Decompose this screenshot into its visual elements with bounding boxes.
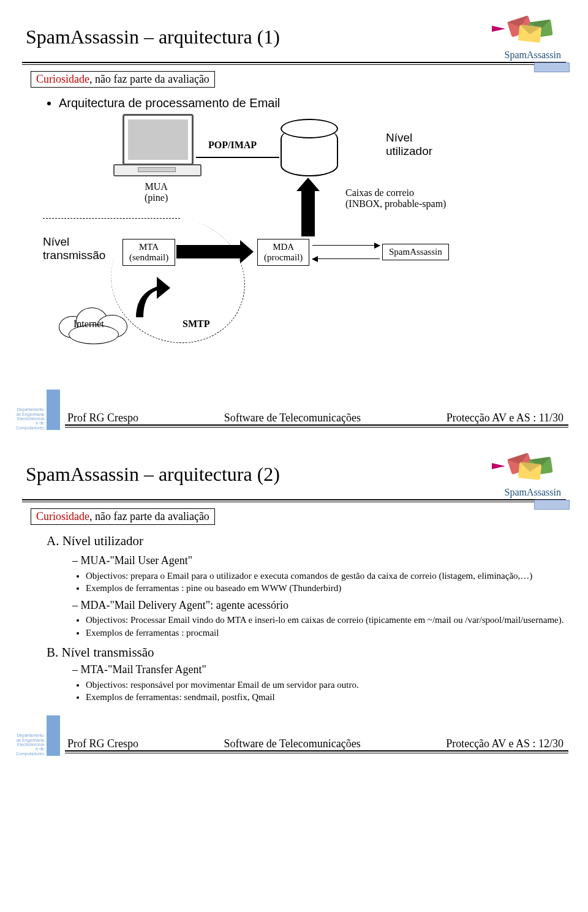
internet-label: Internet (74, 318, 104, 330)
curved-arrow-icon (130, 269, 173, 327)
slide-footer: Departamento de Engenharia Electrotécnic… (16, 390, 568, 430)
note-rest: , não faz parte da avaliação (89, 510, 209, 522)
note-rest: , não faz parte da avaliação (89, 73, 209, 85)
deec-small: Departamento de Engenharia Electrotécnic… (16, 733, 44, 756)
mda-obj: Objectivos: Processar Email vindo do MTA… (86, 614, 566, 626)
mua-label: MUA (pine) (145, 181, 168, 203)
envelope-icon (505, 454, 560, 485)
main-bullet: Arquitectura de processamento de Email (59, 95, 566, 111)
connector (196, 157, 279, 158)
deec-icon: DEEC (47, 390, 60, 430)
logo-text: SpamAssassin (505, 50, 561, 61)
nivel-transmissao-label: Nível transmissão (43, 235, 105, 262)
title-rule (22, 62, 566, 65)
mda-box: MDA (procmail) (257, 239, 309, 266)
spamassassin-logo: SpamAssassin (505, 17, 561, 61)
footer-course: Software de Telecomunicações (224, 737, 360, 750)
pop-imap-label: POP/IMAP (208, 140, 257, 151)
slide-title: SpamAssassin – arquitectura (1) (26, 26, 280, 48)
spamassassin-box: SpamAssassin (382, 244, 449, 260)
footer-rule (65, 750, 568, 753)
curiosity-note: Curiosidade, não faz parte da avaliação (31, 71, 215, 88)
thick-arrow-up-icon (301, 190, 315, 236)
note-red: Curiosidade (36, 73, 89, 85)
thin-arrow-back-icon (312, 258, 380, 259)
svg-text:DEEC: DEEC (59, 723, 60, 749)
deec-logo: Departamento de Engenharia Electrotécnic… (16, 715, 60, 756)
footer-author: Prof RG Crespo (67, 412, 138, 424)
section-b: B. Nível transmissão (47, 644, 566, 661)
footer-author: Prof RG Crespo (67, 737, 138, 750)
mailbox-cylinder-icon (281, 127, 338, 176)
dashed-line (43, 218, 180, 219)
curiosity-note: Curiosidade, não faz parte da avaliação (31, 508, 215, 525)
mta-obj: Objectivos: responsável por movimentar E… (86, 679, 566, 691)
svg-text:DEEC: DEEC (59, 397, 60, 423)
architecture-diagram: POP/IMAP Nível utilizador MUA (pine) Cai… (24, 114, 564, 377)
svg-rect-2 (47, 715, 60, 756)
svg-rect-0 (47, 390, 60, 430)
mta-ex: Exemplos de ferramentas: sendmail, postf… (86, 691, 566, 703)
smtp-label: SMTP (183, 318, 209, 330)
footer-course: Software de Telecomunicações (224, 412, 361, 424)
footer-page: Protecção AV e AS : 11/30 (447, 412, 564, 424)
caixas-label: Caixas de correio (INBOX, probable-spam) (345, 187, 446, 209)
deec-logo: Departamento de Engenharia Electrotécnic… (16, 390, 60, 430)
slide-title: SpamAssassin – arquitectura (2) (26, 463, 280, 486)
mda-ex: Exemplos de ferramentas : procmail (86, 627, 566, 639)
thin-arrow-icon (312, 245, 380, 246)
slide-footer: Departamento de Engenharia Electrotécnic… (16, 715, 568, 756)
footer-page: Protecção AV e AS : 12/30 (446, 737, 564, 750)
slide-1: SpamAssassin – arquitectura (1) SpamAssa… (12, 11, 576, 430)
deec-small: Departamento de Engenharia Electrotécnic… (16, 407, 44, 430)
item-mua: MUA-"Mail User Agent" (72, 553, 566, 568)
envelope-icon (505, 17, 560, 48)
nivel-utilizador-label: Nível utilizador (386, 131, 432, 158)
footer-rule (65, 424, 568, 428)
deec-icon: DEEC (47, 715, 60, 756)
item-mta: MTA-"Mail Transfer Agent" (72, 662, 566, 677)
item-mda: MDA-"Mail Delivery Agent": agente acessó… (72, 598, 566, 612)
title-rule (22, 499, 566, 502)
logo-text: SpamAssassin (505, 487, 561, 498)
mua-ex: Exemplos de ferramentas : pine ou basead… (86, 582, 566, 594)
laptop-icon (123, 114, 194, 176)
spamassassin-logo: SpamAssassin (505, 454, 561, 498)
slide-2: SpamAssassin – arquitectura (2) SpamAssa… (12, 448, 576, 756)
section-a: A. Nível utilizador (47, 532, 566, 549)
note-red: Curiosidade (36, 510, 89, 522)
mua-obj: Objectivos: prepara o Email para o utili… (86, 570, 566, 582)
